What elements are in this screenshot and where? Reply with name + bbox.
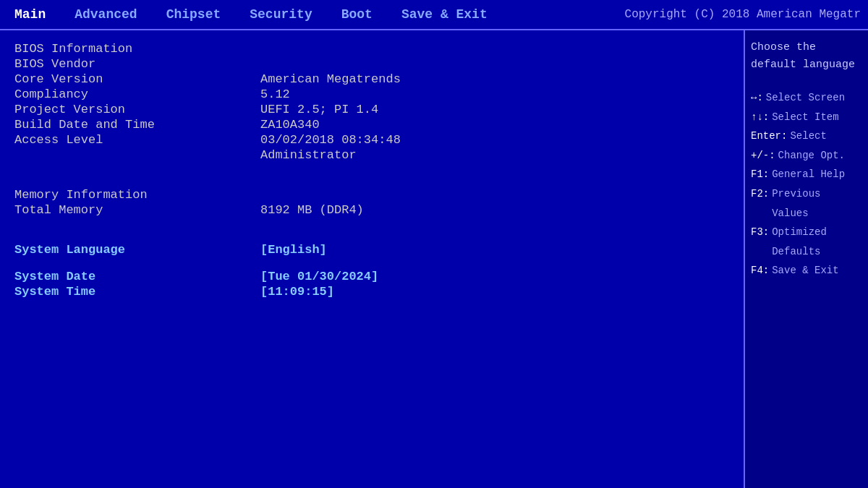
tab-security[interactable]: Security — [235, 4, 326, 25]
side-shortcuts: ↔: Select Screen ↑↓: Select Item Enter: … — [751, 88, 862, 281]
shortcut-desc-screen: Select Screen — [766, 88, 845, 108]
build-date-value: ZA10A340 — [260, 118, 320, 132]
bios-vendor-label: BIOS Vendor — [14, 57, 260, 71]
side-panel: Choose the default language ↔: Select Sc… — [745, 30, 868, 488]
core-version-row: Core Version American Megatrends — [14, 72, 729, 86]
core-version-label: Core Version — [14, 72, 260, 86]
access-level-label: Access Level — [14, 133, 260, 147]
shortcut-f1: F1: General Help — [751, 165, 862, 184]
shortcut-f4: F4: Save & Exit — [751, 261, 862, 281]
shortcut-select-item: ↑↓: Select Item — [751, 108, 862, 127]
project-version-value: UEFI 2.5; PI 1.4 — [260, 103, 378, 116]
tab-save-exit[interactable]: Save & Exit — [387, 4, 502, 25]
build-date-row: Build Date and Time ZA10A340 — [14, 118, 729, 132]
system-language-row[interactable]: System Language [English] — [14, 243, 729, 257]
shortcut-select-screen: ↔: Select Screen — [751, 88, 862, 108]
total-memory-value: 8192 MB (DDR4) — [260, 203, 364, 217]
interactive-section: System Language [English] System Date [T… — [14, 231, 729, 299]
total-memory-label: Total Memory — [14, 203, 260, 217]
shortcut-desc-enter: Select — [790, 127, 826, 146]
memory-info-title: Memory Information — [14, 188, 260, 202]
core-version-value: American Megatrends — [260, 72, 401, 86]
shortcut-desc-f2: Previous Values — [772, 184, 862, 223]
compliancy-label: Compliancy — [14, 87, 260, 101]
bios-info-title: BIOS Information — [14, 42, 260, 56]
shortcut-key-f4: F4: — [751, 261, 769, 281]
build-date-label: Build Date and Time — [14, 118, 260, 132]
bios-screen: Main Advanced Chipset Security Boot Save… — [0, 0, 868, 488]
main-panel: BIOS Information BIOS Vendor Core Versio… — [0, 30, 745, 488]
shortcut-key-screen: ↔: — [751, 88, 763, 108]
compliancy-row: Compliancy 5.12 — [14, 87, 729, 101]
tab-advanced[interactable]: Advanced — [60, 4, 151, 25]
shortcut-f3: F3: Optimized Defaults — [751, 223, 862, 261]
bios-vendor-row: BIOS Vendor — [14, 57, 729, 71]
access-level-value: 03/02/2018 08:34:48 — [260, 133, 401, 147]
shortcut-key-f3: F3: — [751, 223, 769, 261]
shortcut-desc-f3: Optimized Defaults — [772, 223, 862, 261]
shortcut-f2: F2: Previous Values — [751, 184, 862, 223]
system-time-label: System Time — [14, 285, 260, 299]
system-time-value[interactable]: [11:09:15] — [260, 285, 334, 299]
system-date-row[interactable]: System Date [Tue 01/30/2024] — [14, 270, 729, 283]
copyright-text: Copyright (C) 2018 American Megatr — [625, 8, 868, 21]
compliancy-value: 5.12 — [260, 87, 290, 101]
memory-info-section: Memory Information Total Memory 8192 MB … — [14, 176, 729, 217]
content-area: BIOS Information BIOS Vendor Core Versio… — [0, 30, 868, 488]
memory-info-title-row: Memory Information — [14, 188, 729, 202]
shortcut-key-f2: F2: — [751, 184, 769, 223]
access-level-cont-label — [14, 148, 260, 162]
shortcut-desc-item: Select Item — [772, 108, 838, 127]
project-version-label: Project Version — [14, 103, 260, 116]
shortcut-key-item: ↑↓: — [751, 108, 769, 127]
shortcut-key-change: +/-: — [751, 146, 775, 166]
shortcut-key-enter: Enter: — [751, 127, 787, 146]
access-level-cont-value: Administrator — [260, 148, 357, 162]
shortcut-desc-f1: General Help — [772, 165, 845, 184]
project-version-row: Project Version UEFI 2.5; PI 1.4 — [14, 103, 729, 116]
shortcut-enter: Enter: Select — [751, 127, 862, 146]
menu-bar: Main Advanced Chipset Security Boot Save… — [0, 0, 868, 30]
side-panel-description: Choose the default language — [751, 39, 862, 74]
shortcut-desc-change: Change Opt. — [778, 146, 845, 166]
system-date-label: System Date — [14, 270, 260, 283]
total-memory-row: Total Memory 8192 MB (DDR4) — [14, 203, 729, 217]
system-language-label: System Language — [14, 243, 260, 257]
tab-main[interactable]: Main — [0, 4, 60, 25]
tab-chipset[interactable]: Chipset — [152, 4, 236, 25]
shortcut-key-f1: F1: — [751, 165, 769, 184]
system-date-value[interactable]: [Tue 01/30/2024] — [260, 270, 378, 283]
shortcut-desc-f4: Save & Exit — [772, 261, 838, 281]
system-time-row[interactable]: System Time [11:09:15] — [14, 285, 729, 299]
bios-info-section: BIOS Information BIOS Vendor Core Versio… — [14, 42, 729, 162]
shortcut-change: +/-: Change Opt. — [751, 146, 862, 166]
access-level-cont-row: Administrator — [14, 148, 729, 162]
access-level-row: Access Level 03/02/2018 08:34:48 — [14, 133, 729, 147]
bios-info-title-row: BIOS Information — [14, 42, 729, 56]
system-language-value[interactable]: [English] — [260, 243, 327, 257]
tab-boot[interactable]: Boot — [327, 4, 387, 25]
